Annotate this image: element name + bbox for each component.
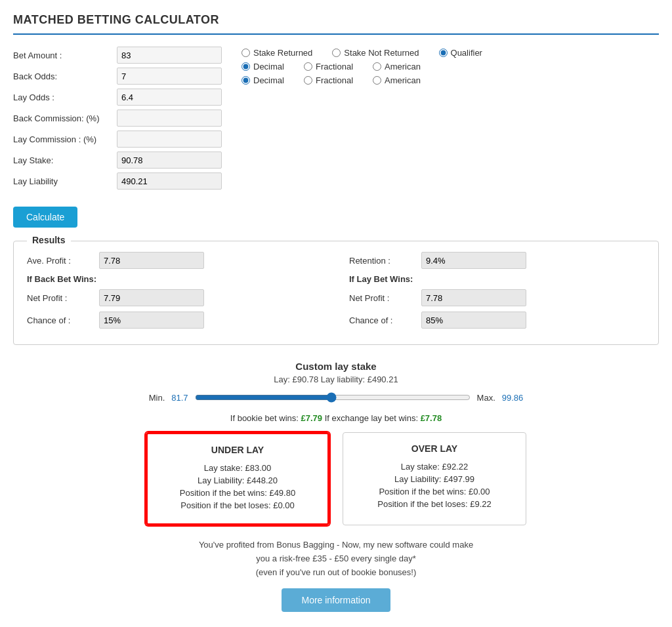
american2-radio[interactable]: American	[373, 75, 421, 85]
back-bet-title: If Back Bet Wins:	[27, 274, 323, 284]
lay-commission-label: Lay Commission : (%)	[13, 134, 112, 144]
min-label: Min.	[149, 393, 165, 403]
lay-odds-input[interactable]	[117, 89, 222, 106]
net-profit-back-label: Net Profit :	[27, 293, 93, 303]
results-grid: Ave. Profit : If Back Bet Wins: Net Prof…	[27, 252, 645, 334]
results-legend: Results	[27, 235, 71, 245]
calculate-button[interactable]: Calculate	[13, 207, 77, 228]
lay-odds-row: Lay Odds :	[13, 89, 222, 106]
lay-commission-input[interactable]	[117, 131, 222, 148]
promo-line1: You've profited from Bonus Bagging - Now…	[199, 540, 473, 550]
over-lay-title: OVER LAY	[359, 443, 510, 454]
info-middle: If exchange lay bet wins:	[322, 413, 421, 423]
qualifier-radio[interactable]: Qualifier	[439, 48, 482, 58]
chance-lay-label: Chance of :	[349, 315, 415, 325]
info-line: If bookie bet wins: £7.79 If exchange la…	[13, 413, 659, 423]
results-box: Results Ave. Profit : If Back Bet Wins: …	[13, 241, 659, 345]
over-lay-stake: Lay stake: £92.22	[359, 462, 510, 472]
custom-lay-subtitle: Lay: £90.78 Lay liability: £490.21	[13, 374, 659, 384]
net-profit-lay-row: Net Profit :	[349, 289, 645, 306]
fractional2-radio[interactable]: Fractional	[304, 75, 353, 85]
radio-row-1: Stake Returned Stake Not Returned Qualif…	[242, 48, 482, 58]
bet-amount-input[interactable]	[117, 47, 222, 64]
custom-lay-title: Custom lay stake	[13, 361, 659, 372]
chance-back-row: Chance of :	[27, 312, 323, 329]
results-left-col: Ave. Profit : If Back Bet Wins: Net Prof…	[27, 252, 323, 334]
net-profit-lay-value	[421, 289, 526, 306]
promo-line3: (even if you've run out of bookie bonuse…	[256, 567, 417, 577]
retention-value	[421, 252, 526, 269]
net-profit-back-value	[99, 289, 204, 306]
promo-text: You've profited from Bonus Bagging - Now…	[13, 538, 659, 579]
retention-label: Retention :	[349, 256, 415, 266]
under-lay-liability: Lay Liability: £448.20	[163, 475, 312, 485]
lay-liability-input	[117, 172, 222, 190]
custom-lay-section: Custom lay stake Lay: £90.78 Lay liabili…	[13, 361, 659, 403]
back-win-value: £7.79	[301, 413, 322, 423]
promo-line2: you a risk-free £35 - £50 every single d…	[256, 554, 416, 563]
chance-lay-row: Chance of :	[349, 312, 645, 329]
results-right-col: Retention : If Lay Bet Wins: Net Profit …	[349, 252, 645, 334]
max-label: Max.	[477, 393, 495, 403]
info-prefix: If bookie bet wins:	[230, 413, 301, 423]
lay-liability-row: Lay Liability	[13, 172, 222, 190]
back-odds-row: Back Odds:	[13, 68, 222, 85]
lay-commission-row: Lay Commission : (%)	[13, 131, 222, 148]
lay-win-value: £7.78	[421, 413, 442, 423]
lay-odds-label: Lay Odds :	[13, 92, 112, 102]
american1-radio[interactable]: American	[373, 62, 421, 71]
decimal2-radio[interactable]: Decimal	[242, 75, 284, 85]
stake-not-returned-radio[interactable]: Stake Not Returned	[332, 48, 419, 58]
stake-returned-radio[interactable]: Stake Returned	[242, 48, 312, 58]
page-title: MATCHED BETTING CALCULATOR	[13, 13, 659, 27]
net-profit-back-row: Net Profit :	[27, 289, 323, 306]
over-lay-box: OVER LAY Lay stake: £92.22 Lay Liability…	[343, 432, 526, 525]
chance-back-label: Chance of :	[27, 315, 93, 325]
decimal1-radio[interactable]: Decimal	[242, 62, 284, 71]
lay-stake-row: Lay Stake:	[13, 152, 222, 169]
over-lay-wins: Position if the bet wins: £0.00	[359, 487, 510, 496]
input-section: Bet Amount : Back Odds: Lay Odds : Back …	[13, 47, 659, 190]
back-commission-input[interactable]	[117, 110, 222, 127]
ave-profit-label: Ave. Profit :	[27, 256, 93, 266]
bet-amount-label: Bet Amount :	[13, 51, 112, 60]
bet-amount-row: Bet Amount :	[13, 47, 222, 64]
lay-stake-label: Lay Stake:	[13, 155, 112, 165]
ave-profit-value	[99, 252, 204, 269]
max-value: 99.86	[502, 393, 524, 403]
more-info-button[interactable]: More information	[282, 588, 390, 612]
lay-bet-title: If Lay Bet Wins:	[349, 274, 645, 284]
under-lay-loses: Position if the bet loses: £0.00	[163, 500, 312, 510]
min-value: 81.7	[171, 393, 188, 403]
input-fields: Bet Amount : Back Odds: Lay Odds : Back …	[13, 47, 222, 190]
retention-row: Retention :	[349, 252, 645, 269]
ave-profit-row: Ave. Profit :	[27, 252, 323, 269]
back-commission-label: Back Commission: (%)	[13, 113, 112, 123]
under-lay-box: UNDER LAY Lay stake: £83.00 Lay Liabilit…	[146, 432, 329, 525]
lay-section: UNDER LAY Lay stake: £83.00 Lay Liabilit…	[13, 432, 659, 525]
under-lay-title: UNDER LAY	[163, 445, 312, 455]
lay-stake-slider[interactable]	[195, 392, 471, 403]
lay-stake-input	[117, 152, 222, 169]
over-lay-loses: Position if the bet loses: £9.22	[359, 499, 510, 509]
over-lay-liability: Lay Liability: £497.99	[359, 474, 510, 484]
lay-liability-label: Lay Liability	[13, 176, 112, 186]
under-lay-stake: Lay stake: £83.00	[163, 463, 312, 473]
back-odds-input[interactable]	[117, 68, 222, 85]
chance-back-value	[99, 312, 204, 329]
fractional1-radio[interactable]: Fractional	[304, 62, 353, 71]
back-commission-row: Back Commission: (%)	[13, 110, 222, 127]
title-divider	[13, 33, 659, 35]
chance-lay-value	[421, 312, 526, 329]
radio-row-3: Decimal Fractional American	[242, 75, 482, 85]
radio-row-2: Decimal Fractional American	[242, 62, 482, 71]
radio-section: Stake Returned Stake Not Returned Qualif…	[242, 47, 482, 190]
under-lay-wins: Position if the bet wins: £49.80	[163, 488, 312, 498]
slider-row: Min. 81.7 Max. 99.86	[13, 392, 659, 403]
net-profit-lay-label: Net Profit :	[349, 293, 415, 303]
back-odds-label: Back Odds:	[13, 71, 112, 81]
